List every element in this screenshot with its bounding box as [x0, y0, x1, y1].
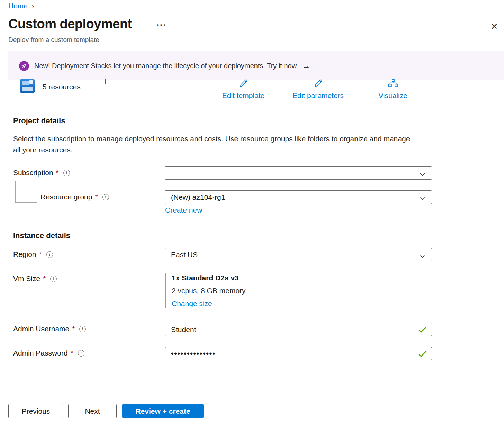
template-icon — [20, 79, 35, 93]
create-new-link[interactable]: Create new — [165, 206, 202, 214]
region-dropdown[interactable]: East US — [165, 248, 432, 261]
subscription-dropdown[interactable] — [165, 166, 432, 180]
resource-group-label: Resource group * i — [40, 193, 109, 201]
info-icon[interactable]: i — [50, 276, 57, 282]
edit-parameters-link[interactable]: Edit parameters — [287, 78, 349, 100]
admin-password-label: Admin Password * i — [13, 349, 84, 357]
org-chart-icon — [388, 78, 398, 90]
required-asterisk: * — [56, 169, 59, 177]
field-hierarchy-connector — [15, 181, 37, 203]
rocket-icon — [19, 61, 29, 71]
required-asterisk: * — [39, 250, 42, 259]
admin-username-value: Student — [171, 323, 196, 336]
chevron-down-icon — [419, 196, 426, 202]
info-icon[interactable]: i — [78, 350, 84, 357]
resource-group-value: (New) az104-rg1 — [171, 191, 225, 204]
instance-details-heading: Instance details — [13, 231, 70, 240]
valid-checkmark-icon — [418, 350, 427, 359]
clipped-element-artifact — [105, 79, 106, 84]
resource-group-dropdown[interactable]: (New) az104-rg1 — [165, 190, 432, 204]
visualize-link[interactable]: Visualize — [372, 78, 414, 100]
deployment-stacks-banner[interactable]: New! Deployment Stacks let you manage th… — [8, 51, 504, 80]
pencil-icon — [238, 78, 249, 90]
custom-deployment-page: Home › Custom deployment ··· ✕ Deploy fr… — [0, 0, 504, 422]
breadcrumb-home-link[interactable]: Home — [8, 2, 28, 10]
admin-password-value: •••••••••••••• — [171, 347, 216, 360]
vm-size-specs: 2 vcpus, 8 GB memory — [172, 287, 246, 295]
required-asterisk: * — [71, 349, 73, 357]
edit-template-label: Edit template — [222, 91, 265, 100]
region-label: Region * i — [13, 250, 53, 259]
chevron-down-icon — [419, 171, 426, 178]
project-details-description: Select the subscription to manage deploy… — [13, 133, 411, 155]
visualize-label: Visualize — [378, 91, 407, 100]
banner-text: New! Deployment Stacks let you manage th… — [34, 62, 297, 70]
breadcrumb: Home › — [8, 2, 34, 10]
subscription-label: Subscription * i — [13, 169, 70, 177]
close-icon[interactable]: ✕ — [488, 20, 501, 33]
edit-parameters-label: Edit parameters — [292, 91, 344, 100]
more-options-icon[interactable]: ··· — [156, 20, 167, 30]
vm-size-label: Vm Size * i — [13, 275, 57, 283]
vm-size-selection: 1x Standard D2s v3 2 vcpus, 8 GB memory … — [165, 273, 246, 308]
region-value: East US — [171, 248, 198, 261]
required-asterisk: * — [72, 325, 75, 333]
page-subtitle: Deploy from a custom template — [8, 36, 99, 44]
edit-template-link[interactable]: Edit template — [215, 78, 272, 100]
required-asterisk: * — [95, 193, 98, 201]
info-icon[interactable]: i — [79, 326, 86, 332]
resources-count-label: 5 resources — [43, 83, 81, 91]
required-asterisk: * — [43, 275, 46, 283]
project-details-heading: Project details — [13, 116, 65, 125]
change-size-link[interactable]: Change size — [172, 299, 246, 308]
review-create-button[interactable]: Review + create — [122, 404, 204, 418]
vm-size-title: 1x Standard D2s v3 — [172, 274, 246, 282]
page-title: Custom deployment — [8, 17, 132, 32]
pencil-icon — [313, 78, 324, 90]
next-button[interactable]: Next — [68, 404, 117, 418]
info-icon[interactable]: i — [63, 170, 70, 176]
admin-username-label: Admin Username * i — [13, 325, 86, 333]
info-icon[interactable]: i — [102, 194, 109, 200]
previous-button[interactable]: Previous — [8, 404, 63, 418]
info-icon[interactable]: i — [46, 251, 53, 258]
valid-checkmark-icon — [418, 326, 427, 335]
admin-username-input[interactable]: Student — [165, 323, 432, 336]
breadcrumb-chevron-icon: › — [32, 2, 34, 9]
arrow-right-icon: → — [302, 61, 310, 71]
chevron-down-icon — [419, 253, 426, 259]
admin-password-input[interactable]: •••••••••••••• — [165, 347, 432, 360]
